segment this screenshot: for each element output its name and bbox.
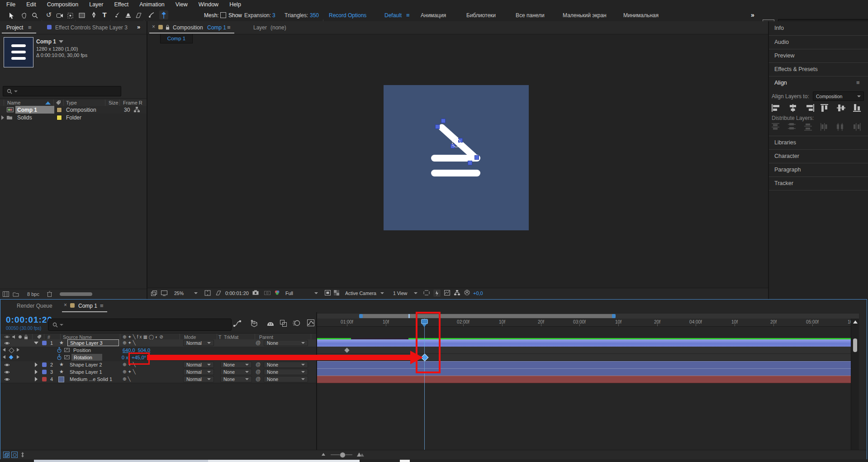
selected-item-name[interactable]: Comp 1	[15, 106, 54, 114]
channels-icon[interactable]	[274, 290, 280, 295]
project-selected-comp-name[interactable]: Comp 1	[36, 38, 56, 45]
layer-row[interactable]: 1 ★ Shape Layer 3 ⊕✦╲ Normal @ None	[0, 339, 316, 347]
new-folder-icon[interactable]	[13, 292, 19, 297]
menu-animation[interactable]: Animation	[139, 1, 165, 8]
align-hcenter-icon[interactable]	[788, 104, 798, 112]
collapse-layer-icon[interactable]	[34, 342, 38, 344]
column-type[interactable]: Type	[66, 100, 77, 105]
item-name[interactable]: Solids	[17, 114, 32, 121]
zoom-in-mountains-icon[interactable]	[357, 452, 364, 457]
project-bit-depth[interactable]: 8 bpc	[27, 291, 39, 297]
layer-bar[interactable]	[317, 376, 859, 383]
magnification-select[interactable]: 25%	[171, 290, 201, 297]
parent-select[interactable]: None	[264, 369, 308, 375]
mask-visibility-icon[interactable]	[215, 291, 222, 295]
expand-layer-icon[interactable]	[35, 362, 38, 367]
layer-visibility-eye-icon[interactable]	[4, 341, 10, 345]
add-keyframe-icon[interactable]	[9, 355, 14, 360]
timeline-zoom-slider[interactable]	[331, 454, 352, 455]
label-column-tag-icon[interactable]	[56, 100, 61, 105]
layer-switches[interactable]: ⊕╲	[123, 376, 132, 381]
panel-tab-paragraph[interactable]: Paragraph	[769, 163, 868, 177]
panel-tab-preview[interactable]: Preview	[769, 49, 868, 63]
pan-behind-tool-icon[interactable]	[66, 11, 74, 19]
sort-ascending-icon[interactable]	[45, 101, 51, 105]
composition-canvas[interactable]	[384, 85, 529, 230]
workspace-all-panels[interactable]: Все панели	[516, 12, 545, 19]
stopwatch-icon[interactable]	[57, 354, 62, 360]
puppet-pin-rotation-gizmo[interactable]	[452, 138, 461, 148]
column-size[interactable]: Size	[109, 100, 118, 105]
region-of-interest-icon[interactable]	[325, 290, 331, 295]
layer-bar[interactable]	[317, 368, 859, 376]
pen-tool-icon[interactable]	[90, 11, 98, 19]
tab-composition-label[interactable]: Composition	[173, 24, 203, 31]
zoom-tool-icon[interactable]	[31, 11, 39, 19]
exposure-value[interactable]: +0,0	[473, 291, 483, 296]
menu-help[interactable]: Help	[229, 1, 241, 8]
trkmat-select[interactable]: None	[220, 376, 252, 382]
layer-name[interactable]: Shape Layer 1	[70, 369, 102, 375]
workspace-small-screen[interactable]: Маленький экран	[563, 12, 607, 19]
eraser-tool-icon[interactable]	[135, 11, 143, 19]
project-panel-menu-icon[interactable]: ≡	[28, 24, 32, 31]
workspace-minimal[interactable]: Минимальная	[623, 12, 659, 19]
tab-layer-label[interactable]: Layer	[253, 24, 267, 31]
interpret-footage-icon[interactable]	[3, 291, 9, 297]
triangles-value[interactable]: 350	[310, 12, 319, 19]
prev-keyframe-icon[interactable]	[3, 348, 5, 352]
align-vcenter-icon[interactable]	[837, 104, 847, 112]
brush-tool-icon[interactable]	[113, 11, 121, 19]
resolution-select[interactable]: Full	[282, 290, 321, 297]
layer-name[interactable]: Shape Layer 2	[70, 362, 102, 367]
graph-editor-icon[interactable]	[307, 319, 314, 326]
rotate-tool-icon[interactable]: ↺	[45, 11, 53, 19]
timeline-search-box[interactable]	[48, 319, 232, 331]
parent-select[interactable]: None	[264, 362, 308, 368]
tab-render-queue[interactable]: Render Queue	[17, 303, 52, 309]
timeline-button-icon[interactable]	[444, 290, 450, 295]
close-tab-icon[interactable]: ×	[152, 24, 155, 30]
expand-layer-icon[interactable]	[35, 370, 38, 374]
expansion-value[interactable]: 3	[272, 12, 275, 19]
viewer-subtab[interactable]: Comp 1	[160, 34, 193, 43]
workspace-default[interactable]: Default	[384, 12, 402, 19]
record-options-button[interactable]: Record Options	[329, 12, 366, 19]
camera-select[interactable]: Active Camera	[342, 290, 387, 297]
tab-timeline-comp[interactable]: Comp 1	[78, 303, 97, 309]
draft-3d-icon[interactable]	[250, 319, 258, 327]
timeline-track-area[interactable]: 01:00f 10f 20f 02:00f 10f 20f 03:00f 10f…	[317, 312, 859, 459]
tab-composition-comp-name[interactable]: Comp 1	[207, 24, 226, 31]
puppet-pin-handle[interactable]	[441, 119, 446, 123]
work-area-bar[interactable]	[359, 314, 616, 318]
primary-viewer-icon[interactable]	[161, 291, 167, 296]
text-tool-icon[interactable]: T	[100, 10, 109, 19]
layer-row[interactable]: 4 Medium ...e Solid 1 ⊕╲ Normal None @ N…	[0, 376, 316, 383]
column-frame-rate[interactable]: Frame R	[123, 100, 142, 105]
expand-layer-icon[interactable]	[35, 377, 38, 381]
puppet-pin-handle[interactable]	[474, 155, 479, 160]
menu-edit[interactable]: Edit	[26, 1, 36, 8]
panel-tab-effects-presets[interactable]: Effects & Presets	[769, 62, 868, 76]
graph-toggle-icon[interactable]	[64, 355, 70, 359]
layer-name-selected[interactable]: Shape Layer 3	[67, 339, 119, 346]
camera-tool-icon[interactable]	[56, 11, 64, 19]
menu-view[interactable]: View	[175, 1, 188, 8]
timeline-panel-menu-icon[interactable]: ≡	[100, 302, 104, 309]
menu-composition[interactable]: Composition	[47, 1, 78, 8]
work-area-end-handle[interactable]	[612, 314, 616, 318]
panel-tab-info[interactable]: Info	[769, 21, 868, 36]
menu-window[interactable]: Window	[199, 1, 218, 8]
stopwatch-icon[interactable]	[57, 347, 62, 353]
layer-bar[interactable]	[317, 361, 859, 369]
selection-tool-icon[interactable]	[7, 11, 15, 19]
parent-pickwhip-icon[interactable]: @	[256, 340, 261, 345]
fast-previews-icon[interactable]	[433, 290, 441, 297]
trkmat-select[interactable]: None	[220, 369, 252, 375]
frame-blend-icon[interactable]	[280, 320, 287, 327]
close-tab-icon[interactable]: ×	[64, 302, 67, 308]
scrollbar-thumb[interactable]	[853, 338, 857, 352]
workspace-menu-icon[interactable]: ≡	[406, 12, 410, 19]
parent-pickwhip-icon[interactable]: @	[256, 362, 261, 367]
layer-label-chip[interactable]	[42, 362, 47, 367]
